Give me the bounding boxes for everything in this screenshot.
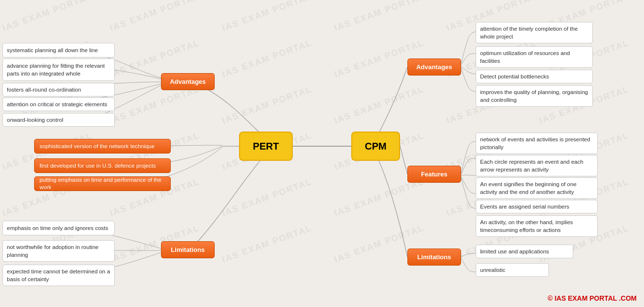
pert-feat-item-1: sophisticated version of the network tec… — [34, 139, 171, 154]
cpm-feat-item-3: An event signifies the beginning of one … — [476, 177, 598, 199]
cpm-adv-item-1: attention of the timely completion of th… — [476, 22, 593, 43]
cpm-label: CPM — [365, 141, 386, 152]
cpm-feat-item-2: Each circle represents an event and each… — [476, 155, 598, 176]
pert-lim-item-3: expected time cannot be determined on a … — [2, 265, 115, 286]
cpm-feat-item-5: An activity, on the other hand, implies … — [476, 215, 598, 237]
cpm-advantages-node: Advantages — [407, 58, 461, 76]
cpm-limitations-node: Limitations — [407, 249, 461, 266]
cpm-adv-item-4: improves the quality of planning, organi… — [476, 85, 593, 107]
pert-lim-item-1: emphasis on time only and ignores costs — [2, 221, 115, 235]
pert-limitations-node: Limitations — [161, 241, 215, 258]
pert-adv-item-4: attention on critical or strategic eleme… — [2, 97, 115, 111]
pert-node: PERT — [239, 132, 293, 161]
pert-feat-item-3: putting emphasis on time and performance… — [34, 176, 171, 191]
cpm-adv-item-2: optimum utilization of resources and fac… — [476, 46, 593, 68]
pert-lim-item-2: not worthwhile for adoption in routine p… — [2, 240, 115, 262]
pert-adv-item-5: onward-looking control — [2, 113, 115, 127]
cpm-adv-item-3: Detect potential bottlenecks — [476, 70, 593, 83]
cpm-lim-item-2: unrealistic — [476, 263, 549, 277]
cpm-lim-item-1: limited use and applications — [476, 245, 573, 258]
pert-adv-item-3: fosters all-round co-ordination — [2, 83, 115, 96]
pert-feat-item-2: first developed for use in U.S. defence … — [34, 158, 171, 173]
cpm-feat-item-1: network of events and activities is pres… — [476, 133, 598, 154]
cpm-node: CPM — [351, 132, 400, 161]
copyright-text: © IAS EXAM PORTAL .COM — [548, 294, 637, 302]
pert-label: PERT — [253, 141, 279, 152]
cpm-features-node: Features — [407, 166, 461, 183]
cpm-feat-item-4: Events are assigned serial numbers — [476, 200, 598, 213]
pert-adv-item-1: systematic planning all down the line — [2, 43, 115, 58]
mind-map: IAS EXAM PORTAL IAS EXAM PORTAL IAS EXAM… — [0, 0, 644, 307]
pert-advantages-node: Advantages — [161, 73, 215, 90]
pert-adv-item-2: advance planning for fitting the relevan… — [2, 58, 115, 81]
